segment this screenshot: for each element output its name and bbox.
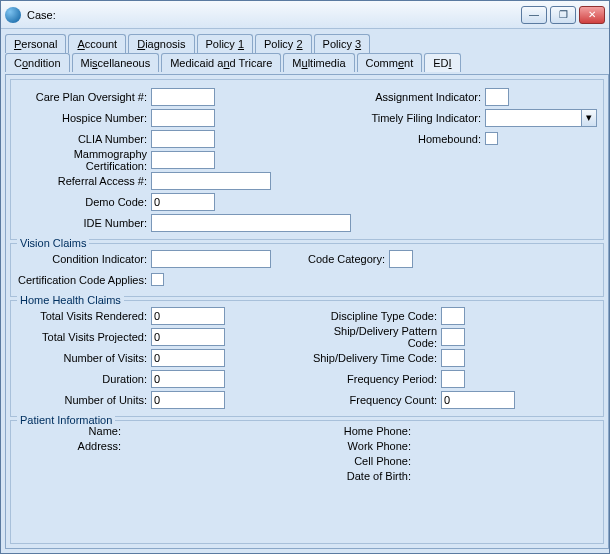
- pi-home-val: [417, 425, 597, 440]
- tvr-input[interactable]: [151, 307, 225, 325]
- pi-work-label: Work Phone:: [307, 440, 417, 455]
- vision-group: Vision Claims Condition Indicator: Code …: [10, 243, 604, 297]
- homebound-label: Homebound:: [351, 133, 481, 145]
- homebound-checkbox[interactable]: [485, 132, 498, 145]
- demo-input[interactable]: [151, 193, 215, 211]
- pi-cell-val: [417, 455, 597, 470]
- stc-input[interactable]: [441, 349, 465, 367]
- fc-label: Frequency Count:: [307, 394, 437, 406]
- tab-edi[interactable]: EDI: [424, 53, 460, 72]
- dtc-label: Discipline Type Code:: [307, 310, 437, 322]
- nov-label: Number of Visits:: [17, 352, 147, 364]
- close-button[interactable]: ✕: [579, 6, 605, 24]
- cert-checkbox[interactable]: [151, 273, 164, 286]
- fp-label: Frequency Period:: [307, 373, 437, 385]
- timely-label: Timely Filing Indicator:: [351, 112, 481, 124]
- care-plan-label: Care Plan Oversight #:: [17, 91, 147, 103]
- tab-comment[interactable]: Comment: [357, 53, 423, 72]
- cond-ind-input[interactable]: [151, 250, 271, 268]
- tab-miscellaneous[interactable]: Miscellaneous: [72, 53, 160, 72]
- referral-label: Referral Access #:: [17, 175, 147, 187]
- tabs-row-2: ConditionMiscellaneousMedicaid and Trica…: [5, 52, 609, 71]
- minimize-button[interactable]: —: [521, 6, 547, 24]
- case-window: Case: — ❐ ✕ PersonalAccountDiagnosisPoli…: [0, 0, 610, 554]
- hospice-input[interactable]: [151, 109, 215, 127]
- spc-label: Ship/Delivery Pattern Code:: [307, 325, 437, 349]
- mammo-input[interactable]: [151, 151, 215, 169]
- cert-label: Certification Code Applies:: [17, 274, 147, 286]
- hospice-label: Hospice Number:: [17, 112, 147, 124]
- home-title: Home Health Claims: [17, 294, 124, 306]
- clia-label: CLIA Number:: [17, 133, 147, 145]
- code-cat-input[interactable]: [389, 250, 413, 268]
- spc-input[interactable]: [441, 328, 465, 346]
- tab-diagnosis[interactable]: Diagnosis: [128, 34, 194, 53]
- dur-label: Duration:: [17, 373, 147, 385]
- pi-dob-label: Date of Birth:: [307, 470, 417, 485]
- window-title: Case:: [27, 9, 521, 21]
- pi-cell-label: Cell Phone:: [307, 455, 417, 470]
- fp-input[interactable]: [441, 370, 465, 388]
- app-icon: [5, 7, 21, 23]
- nov-input[interactable]: [151, 349, 225, 367]
- pi-name-val: [127, 425, 307, 440]
- cond-ind-label: Condition Indicator:: [17, 253, 147, 265]
- tab-policy-1[interactable]: Policy 1: [197, 34, 254, 53]
- tab-personal[interactable]: Personal: [5, 34, 66, 53]
- assign-input[interactable]: [485, 88, 509, 106]
- referral-input[interactable]: [151, 172, 271, 190]
- tvp-label: Total Visits Projected:: [17, 331, 147, 343]
- tab-account[interactable]: Account: [68, 34, 126, 53]
- tabs-row-1: PersonalAccountDiagnosisPolicy 1Policy 2…: [5, 33, 609, 52]
- tab-multimedia[interactable]: Multimedia: [283, 53, 354, 72]
- pi-home-label: Home Phone:: [307, 425, 417, 440]
- pi-dob-val: [417, 470, 597, 485]
- tab-policy-3[interactable]: Policy 3: [314, 34, 371, 53]
- tab-medicaid-and-tricare[interactable]: Medicaid and Tricare: [161, 53, 281, 72]
- dur-input[interactable]: [151, 370, 225, 388]
- chevron-down-icon[interactable]: ▾: [581, 109, 597, 127]
- tab-panel-edi: Care Plan Oversight #: Hospice Number: C…: [5, 74, 609, 549]
- mammo-label: Mammography Certification:: [17, 148, 147, 172]
- nou-label: Number of Units:: [17, 394, 147, 406]
- dtc-input[interactable]: [441, 307, 465, 325]
- care-plan-input[interactable]: [151, 88, 215, 106]
- tab-condition[interactable]: Condition: [5, 53, 70, 72]
- assign-label: Assignment Indicator:: [351, 91, 481, 103]
- pi-name-label: Name:: [17, 425, 127, 440]
- ide-label: IDE Number:: [17, 217, 147, 229]
- ide-input[interactable]: [151, 214, 351, 232]
- clia-input[interactable]: [151, 130, 215, 148]
- pi-addr-val: [127, 440, 307, 455]
- demo-label: Demo Code:: [17, 196, 147, 208]
- patient-title: Patient Information: [17, 414, 115, 426]
- tvr-label: Total Visits Rendered:: [17, 310, 147, 322]
- tvp-input[interactable]: [151, 328, 225, 346]
- home-health-group: Home Health Claims Total Visits Rendered…: [10, 300, 604, 417]
- code-cat-label: Code Category:: [275, 253, 385, 265]
- tab-policy-2[interactable]: Policy 2: [255, 34, 312, 53]
- fc-input[interactable]: [441, 391, 515, 409]
- pi-work-val: [417, 440, 597, 455]
- vision-title: Vision Claims: [17, 237, 89, 249]
- titlebar[interactable]: Case: — ❐ ✕: [1, 1, 609, 29]
- stc-label: Ship/Delivery Time Code:: [307, 352, 437, 364]
- timely-input[interactable]: [485, 109, 581, 127]
- maximize-button[interactable]: ❐: [550, 6, 576, 24]
- patient-info-group: Patient Information Name: Address: Home …: [10, 420, 604, 544]
- pi-addr-label: Address:: [17, 440, 127, 455]
- timely-dropdown[interactable]: ▾: [485, 109, 597, 127]
- nou-input[interactable]: [151, 391, 225, 409]
- edi-group: Care Plan Oversight #: Hospice Number: C…: [10, 79, 604, 240]
